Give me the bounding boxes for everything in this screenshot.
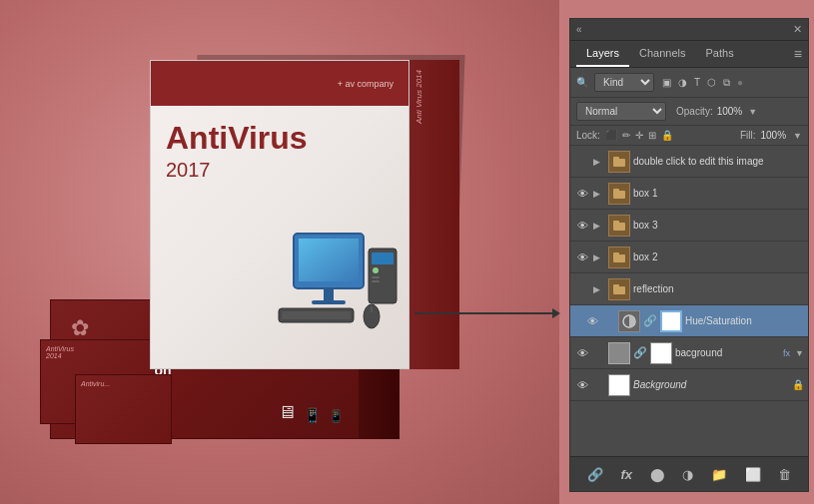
visibility-toggle[interactable]: 👁 xyxy=(584,313,600,329)
svg-rect-11 xyxy=(282,311,351,319)
fill-label: Fill: xyxy=(740,130,756,141)
layer-expand-arrow[interactable]: ▶ xyxy=(593,252,605,262)
svg-point-7 xyxy=(373,267,379,273)
kind-select[interactable]: Kind Name Effect xyxy=(594,73,654,92)
smart-filter-icon[interactable]: ⧉ xyxy=(721,75,732,91)
more-icon[interactable]: ● xyxy=(735,75,745,91)
layer-row[interactable]: 👁 ▶ box 1 xyxy=(570,178,808,210)
arrow-indicator xyxy=(414,312,554,314)
new-layer-button[interactable]: ⬜ xyxy=(745,467,761,482)
panel-header-bar: « ✕ xyxy=(570,19,808,41)
lock-all-icon[interactable]: 🔒 xyxy=(661,130,673,141)
product-year: 2017 xyxy=(166,159,394,182)
opacity-value: 100% xyxy=(717,106,743,117)
layer-row-hue-saturation[interactable]: 👁 🔗 Hue/Saturation xyxy=(570,305,808,337)
layer-row[interactable]: 👁 ▶ box 2 xyxy=(570,242,808,273)
lock-label: Lock: xyxy=(576,130,600,141)
kind-icons: ▣ ◑ T ⬡ ⧉ ● xyxy=(660,75,745,91)
layer-link-icon[interactable]: 🔗 xyxy=(633,346,647,359)
svg-rect-18 xyxy=(613,223,625,231)
lock-pixels-icon[interactable]: ⬛ xyxy=(605,130,617,141)
tab-paths[interactable]: Paths xyxy=(696,41,744,67)
computer-illustration xyxy=(274,229,404,338)
svg-rect-21 xyxy=(613,252,619,255)
layer-expand-arrow[interactable]: ▶ xyxy=(593,157,605,167)
blend-mode-select[interactable]: Normal Multiply Screen xyxy=(576,102,666,121)
layer-thumbnail xyxy=(608,247,630,268)
blend-opacity-row: Normal Multiply Screen Opacity: 100% ▼ xyxy=(570,98,808,126)
layer-name: bacground xyxy=(675,347,780,358)
add-mask-button[interactable]: ⬤ xyxy=(650,467,665,482)
opacity-arrow[interactable]: ▼ xyxy=(748,107,757,117)
svg-rect-22 xyxy=(613,286,625,294)
add-style-button[interactable]: fx xyxy=(620,467,632,482)
box-front: + av company AntiVirus 2017 xyxy=(150,60,409,369)
small-box-text: AntiVirus2014 xyxy=(41,340,154,364)
layer-fx-arrow[interactable]: ▼ xyxy=(795,348,804,358)
lock-move-icon[interactable]: ✛ xyxy=(635,130,643,141)
layer-thumbnail xyxy=(608,151,630,173)
svg-rect-6 xyxy=(372,252,394,264)
layer-name: box 1 xyxy=(633,188,804,199)
visibility-toggle[interactable]: 👁 xyxy=(574,250,590,265)
layer-row[interactable]: 👁 ▶ box 3 xyxy=(570,210,808,242)
layer-thumbnail xyxy=(608,183,630,205)
search-icon: 🔍 xyxy=(576,77,588,88)
svg-rect-2 xyxy=(299,239,359,281)
delete-layer-button[interactable]: 🗑 xyxy=(778,467,791,482)
kind-row: 🔍 Kind Name Effect ▣ ◑ T ⬡ ⧉ ● xyxy=(570,68,808,98)
layer-name: reflection xyxy=(633,283,804,294)
layer-fx-badge[interactable]: fx xyxy=(783,348,790,358)
panel-collapse-button[interactable]: « xyxy=(576,24,582,35)
layer-name: Background xyxy=(633,379,789,390)
shape-layer-icon[interactable]: ⬡ xyxy=(705,75,718,91)
svg-rect-14 xyxy=(613,159,625,167)
layer-name: box 2 xyxy=(633,252,804,262)
lock-icons-group: ⬛ ✏ ✛ ⊞ 🔒 xyxy=(605,130,673,141)
visibility-toggle[interactable] xyxy=(574,281,590,297)
visibility-toggle[interactable]: 👁 xyxy=(574,154,590,170)
visibility-toggle[interactable]: 👁 xyxy=(574,186,590,202)
box-side-text: Anti Virus 2014 xyxy=(409,60,428,134)
new-group-button[interactable]: 📁 xyxy=(711,467,727,482)
panel-tabs: Layers Channels Paths ≡ xyxy=(570,41,808,68)
visibility-toggle[interactable]: 👁 xyxy=(574,377,590,393)
layer-row-reflection[interactable]: ▶ reflection xyxy=(570,273,808,305)
svg-rect-8 xyxy=(372,276,380,278)
panel-close-button[interactable]: ✕ xyxy=(793,23,802,36)
type-layer-icon[interactable]: T xyxy=(692,75,702,91)
visibility-toggle[interactable]: 👁 xyxy=(574,345,590,361)
svg-rect-19 xyxy=(613,221,619,224)
fill-value: 100% xyxy=(761,130,787,141)
layer-row[interactable]: 👁 ▶ double click to edit this image xyxy=(570,146,808,178)
lock-artboard-icon[interactable]: ⊞ xyxy=(648,130,656,141)
add-adjustment-button[interactable]: ◑ xyxy=(682,467,693,482)
layer-row-background-layer[interactable]: 👁 🔗 bacground fx ▼ xyxy=(570,337,808,369)
layer-row-background[interactable]: 👁 Background 🔒 xyxy=(570,369,808,401)
panel-menu-button[interactable]: ≡ xyxy=(794,46,802,62)
small-box-left2: Antiviru... xyxy=(75,374,185,444)
svg-rect-20 xyxy=(613,254,625,262)
layer-thumbnail xyxy=(608,342,630,364)
visibility-toggle[interactable]: 👁 xyxy=(574,218,590,234)
box-top-bar: + av company xyxy=(151,61,408,106)
lock-position-icon[interactable]: ✏ xyxy=(622,130,630,141)
layer-expand-arrow[interactable]: ▶ xyxy=(593,284,605,294)
opacity-label: Opacity: xyxy=(676,106,713,117)
layer-expand-arrow[interactable]: ▶ xyxy=(593,221,605,231)
lock-row: Lock: ⬛ ✏ ✛ ⊞ 🔒 Fill: 100% ▼ xyxy=(570,126,808,146)
svg-rect-23 xyxy=(613,284,619,287)
tab-channels[interactable]: Channels xyxy=(629,41,695,67)
tab-layers[interactable]: Layers xyxy=(576,41,629,67)
pixel-layer-icon[interactable]: ▣ xyxy=(660,75,673,91)
adjustment-layer-icon[interactable]: ◑ xyxy=(676,75,689,91)
layer-thumbnail xyxy=(608,215,630,237)
link-layers-button[interactable]: 🔗 xyxy=(587,467,603,482)
svg-rect-4 xyxy=(312,300,346,304)
layer-link-icon[interactable]: 🔗 xyxy=(643,314,657,327)
box-side: Anti Virus 2014 xyxy=(409,60,459,369)
layer-expand-arrow[interactable]: ▶ xyxy=(593,189,605,199)
svg-rect-17 xyxy=(613,189,619,192)
fill-arrow[interactable]: ▼ xyxy=(793,131,802,141)
layer-name: double click to edit this image xyxy=(633,156,804,167)
